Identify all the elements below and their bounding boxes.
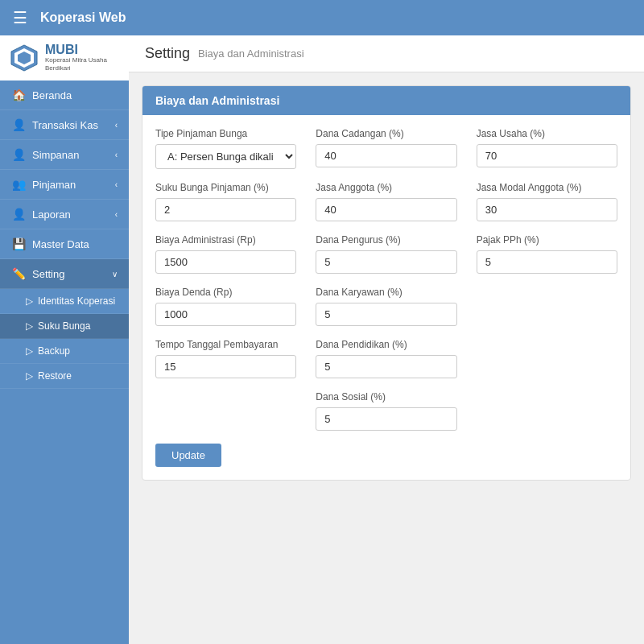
pinjaman-arrow: ‹ [115,180,118,189]
label-dana-cadangan: Dana Cadangan (%) [316,128,456,139]
logo-sub: Koperasi Mitra Usaha Berdikari [45,56,119,72]
label-biaya-administrasi: Biaya Administrasi (Rp) [155,234,296,246]
update-button[interactable]: Update [155,444,221,467]
sidebar-item-label-setting: Setting [32,268,64,280]
input-jasa-usaha[interactable] [477,144,617,167]
app-title: Koperasi Web [40,10,126,25]
form-grid: Tipe Pinjaman Bunga A: Persen Bunga dika… [155,128,617,431]
page-title: Setting [145,45,190,62]
sidebar-item-laporan[interactable]: 👤 Laporan ‹ [0,200,129,229]
content-header: Setting Biaya dan Administrasi [129,35,644,72]
input-suku-bunga-pinjaman[interactable] [155,198,296,221]
card-body: Tipe Pinjaman Bunga A: Persen Bunga dika… [142,115,630,480]
field-jasa-usaha: Jasa Usaha (%) [477,128,617,169]
input-dana-karyawan[interactable] [316,303,456,326]
sidebar-sub-restore[interactable]: ▷ Restore [0,364,129,389]
input-dana-pendidikan[interactable] [316,355,456,378]
empty-cell-2 [477,339,617,378]
field-jasa-modal-anggota: Jasa Modal Anggota (%) [477,182,617,221]
field-dana-cadangan: Dana Cadangan (%) [316,128,456,169]
label-jasa-anggota: Jasa Anggota (%) [316,182,456,193]
sidebar-sub-label-suku-bunga: Suku Bunga [38,320,90,332]
master-data-icon: 💾 [11,237,26,250]
sidebar-item-beranda[interactable]: 🏠 Beranda [0,80,129,110]
form-actions: Update [155,431,617,467]
field-biaya-administrasi: Biaya Administrasi (Rp) [155,234,296,274]
label-jasa-modal-anggota: Jasa Modal Anggota (%) [477,182,617,193]
label-dana-karyawan: Dana Karyawan (%) [316,287,456,298]
logo-name: MUBI [45,43,119,56]
sidebar-sub-label-restore: Restore [38,370,72,382]
laporan-icon: 👤 [11,208,26,221]
settings-card: Biaya dan Administrasi Tipe Pinjaman Bun… [142,85,631,481]
sidebar-item-label-master-data: Master Data [32,238,89,250]
input-dana-pengurus[interactable] [316,250,456,274]
label-biaya-denda: Biaya Denda (Rp) [155,287,296,298]
input-biaya-denda[interactable] [155,303,296,326]
backup-icon: ▷ [26,345,33,357]
laporan-arrow: ‹ [115,210,118,219]
field-suku-bunga-pinjaman: Suku Bunga Pinjaman (%) [155,182,296,221]
input-tempo-tanggal-pembayaran[interactable] [155,355,296,378]
label-dana-pendidikan: Dana Pendidikan (%) [316,339,456,350]
input-jasa-modal-anggota[interactable] [477,198,617,221]
hamburger-icon[interactable]: ☰ [13,8,27,27]
top-bar: ☰ Koperasi Web [0,0,644,35]
sidebar-item-label-pinjaman: Pinjaman [32,179,76,191]
setting-icon: ✏️ [11,267,26,280]
input-tipe-pinjaman-bunga[interactable]: A: Persen Bunga dikali angsuran bln [155,144,296,169]
field-dana-karyawan: Dana Karyawan (%) [316,287,456,326]
sidebar-item-label-transaksi-kas: Transaksi Kas [32,119,98,131]
beranda-icon: 🏠 [11,89,26,101]
field-jasa-anggota: Jasa Anggota (%) [316,182,456,221]
sidebar-sub-label-backup: Backup [38,345,70,357]
field-dana-pendidikan: Dana Pendidikan (%) [316,339,456,378]
sidebar-item-setting[interactable]: ✏️ Setting ∨ [0,259,129,289]
restore-icon: ▷ [26,370,33,382]
pinjaman-icon: 👥 [11,178,26,191]
empty-cell-4 [477,391,617,431]
sidebar-item-simpanan[interactable]: 👤 Simpanan ‹ [0,140,129,170]
input-dana-cadangan[interactable] [316,144,456,167]
setting-arrow: ∨ [112,270,118,279]
simpanan-icon: 👤 [11,148,26,161]
sidebar-sub-backup[interactable]: ▷ Backup [0,339,129,364]
sidebar: MUBI Koperasi Mitra Usaha Berdikari 🏠 Be… [0,35,129,644]
simpanan-arrow: ‹ [115,151,118,159]
label-jasa-usaha: Jasa Usaha (%) [477,128,617,139]
sidebar-item-pinjaman[interactable]: 👥 Pinjaman ‹ [0,170,129,200]
page-subtitle: Biaya dan Administrasi [198,47,304,60]
input-jasa-anggota[interactable] [316,198,456,221]
main-layout: MUBI Koperasi Mitra Usaha Berdikari 🏠 Be… [0,35,644,644]
sidebar-sub-label-identitas-koperasi: Identitas Koperasi [38,295,115,307]
input-dana-sosial[interactable] [316,407,456,431]
sidebar-item-label-simpanan: Simpanan [32,149,80,161]
input-biaya-administrasi[interactable] [155,250,296,274]
label-suku-bunga-pinjaman: Suku Bunga Pinjaman (%) [155,182,296,193]
sidebar-item-transaksi-kas[interactable]: 👤 Transaksi Kas ‹ [0,110,129,140]
sidebar-sub-identitas-koperasi[interactable]: ▷ Identitas Koperasi [0,289,129,314]
logo-text: MUBI Koperasi Mitra Usaha Berdikari [45,43,119,72]
page-content: Biaya dan Administrasi Tipe Pinjaman Bun… [129,72,644,493]
content-area: Setting Biaya dan Administrasi Biaya dan… [129,35,644,644]
label-dana-pengurus: Dana Pengurus (%) [316,234,456,246]
field-dana-sosial: Dana Sosial (%) [316,391,456,431]
transaksi-kas-arrow: ‹ [115,121,118,130]
input-pajak-pph[interactable] [477,250,617,274]
label-tempo-tanggal-pembayaran: Tempo Tanggal Pembayaran [155,339,296,350]
sidebar-logo: MUBI Koperasi Mitra Usaha Berdikari [0,35,129,80]
sidebar-sub-suku-bunga[interactable]: ▷ Suku Bunga [0,314,129,339]
field-tipe-pinjaman-bunga: Tipe Pinjaman Bunga A: Persen Bunga dika… [155,128,296,169]
sidebar-item-master-data[interactable]: 💾 Master Data [0,229,129,259]
field-biaya-denda: Biaya Denda (Rp) [155,287,296,326]
sidebar-item-label-beranda: Beranda [32,89,72,101]
label-tipe-pinjaman-bunga: Tipe Pinjaman Bunga [155,128,296,139]
field-dana-pengurus: Dana Pengurus (%) [316,234,456,274]
empty-cell-3 [155,391,296,431]
card-header: Biaya dan Administrasi [142,86,630,115]
identitas-koperasi-icon: ▷ [26,295,33,307]
field-tempo-tanggal-pembayaran: Tempo Tanggal Pembayaran [155,339,296,378]
label-pajak-pph: Pajak PPh (%) [477,234,617,246]
suku-bunga-icon: ▷ [26,320,33,332]
field-pajak-pph: Pajak PPh (%) [477,234,617,274]
